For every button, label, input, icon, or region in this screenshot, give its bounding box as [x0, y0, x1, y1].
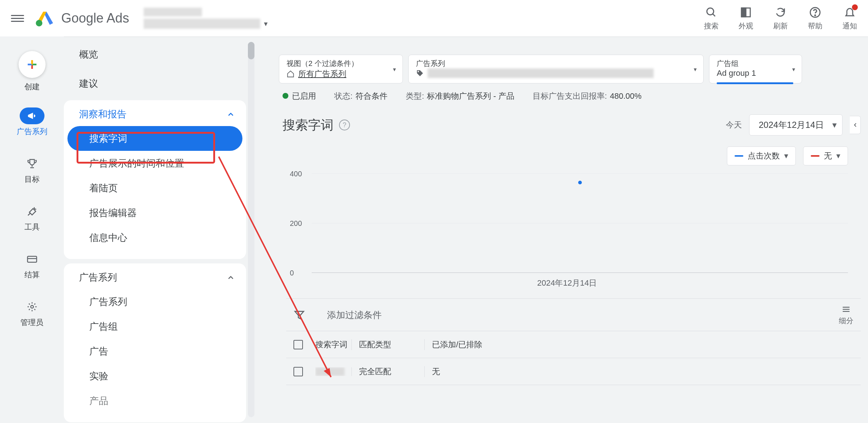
nav-recommendations[interactable]: 建议: [64, 71, 246, 96]
nav-report-editor[interactable]: 报告编辑器: [64, 200, 246, 225]
y-tick-400: 400: [290, 170, 302, 178]
filter-bar: 添加过滤条件 细分: [286, 298, 861, 331]
date-picker[interactable]: 2024年12月14日 ▾: [749, 114, 842, 136]
nav-sub-experiments[interactable]: 实验: [64, 364, 246, 388]
gridline: [312, 173, 848, 174]
y-tick-200: 200: [290, 219, 302, 228]
chevron-down-icon: ▾: [393, 66, 396, 73]
nav-overview[interactable]: 概览: [64, 42, 246, 67]
menu-icon[interactable]: [11, 12, 24, 25]
search-term-redacted: [315, 367, 345, 376]
account-selector[interactable]: ▾: [144, 8, 268, 29]
plus-icon: [26, 58, 39, 71]
col-header-term[interactable]: 搜索字词: [315, 339, 352, 350]
svg-point-16: [418, 71, 419, 73]
row-checkbox[interactable]: [293, 367, 303, 376]
tools-icon: [27, 206, 38, 217]
search-terms-table: 搜索字词 匹配类型 已添加/已排除 完全匹配 无: [286, 331, 861, 385]
create-label: 创建: [24, 82, 40, 92]
google-ads-logo-icon: [35, 8, 55, 28]
chevron-down-icon: ▾: [832, 120, 837, 130]
help-icon: [809, 6, 822, 19]
tag-icon: [416, 69, 424, 77]
account-id-redacted: [144, 8, 202, 16]
nav-search-terms[interactable]: 搜索字词: [67, 126, 242, 151]
status-row: 已启用 状态:符合条件 类型:标准购物广告系列 - 产品 目标广告支出回报率:4…: [279, 83, 868, 107]
svg-point-6: [815, 15, 816, 15]
secondary-metric-selector[interactable]: 无 ▾: [803, 146, 848, 165]
select-all-checkbox[interactable]: [293, 340, 303, 349]
x-axis-line: [312, 273, 848, 273]
rail-billing[interactable]: 结算: [15, 248, 49, 283]
svg-point-13: [31, 305, 34, 308]
account-name-redacted: [144, 19, 260, 29]
megaphone-icon: [27, 110, 38, 121]
primary-metric-selector[interactable]: 点击次数 ▾: [727, 146, 796, 165]
appearance-button[interactable]: 外观: [739, 6, 753, 31]
segment-icon: [841, 304, 851, 314]
app-header: Google Ads ▾ 搜索 外观 刷新: [0, 0, 868, 36]
nav-insights-header[interactable]: 洞察和报告: [64, 102, 246, 126]
svg-rect-11: [27, 256, 36, 262]
filter-icon[interactable]: [293, 309, 305, 321]
metric-selectors: 点击次数 ▾ 无 ▾: [279, 143, 868, 169]
gridline: [312, 223, 848, 223]
chevron-down-icon: ▾: [264, 19, 268, 28]
table-header-row: 搜索字词 匹配类型 已添加/已排除: [286, 331, 861, 358]
rail-tools[interactable]: 工具: [15, 200, 49, 235]
adgroup-selector[interactable]: 广告组 Ad group 1 ▾: [709, 55, 802, 83]
cell-added-excluded: 无: [425, 366, 516, 377]
nav-sub-products[interactable]: 产品: [64, 388, 246, 413]
x-axis-label: 2024年12月14日: [537, 278, 597, 289]
rail-admin[interactable]: 管理员: [15, 295, 49, 330]
col-header-added[interactable]: 已添加/已排除: [425, 339, 516, 350]
refresh-button[interactable]: 刷新: [773, 6, 788, 31]
status-type: 类型:标准购物广告系列 - 产品: [406, 91, 514, 102]
search-icon: [705, 6, 718, 19]
filter-input[interactable]: 添加过滤条件: [327, 309, 382, 321]
status-dot-icon: [283, 93, 288, 99]
help-tooltip-icon[interactable]: ?: [339, 120, 350, 130]
notification-badge: [852, 4, 858, 10]
expand-panel-button[interactable]: [850, 116, 861, 134]
nav-sub-adgroups[interactable]: 广告组: [64, 314, 246, 339]
notifications-button[interactable]: 通知: [842, 6, 857, 31]
active-underline: [717, 82, 793, 84]
date-shortcut-today[interactable]: 今天: [726, 120, 742, 130]
campaign-selector[interactable]: 广告系列 ▾: [408, 55, 704, 83]
nav-sub-campaigns[interactable]: 广告系列: [64, 289, 246, 314]
rail-campaigns[interactable]: 广告系列: [12, 105, 52, 140]
svg-line-2: [713, 14, 715, 16]
help-button[interactable]: 帮助: [808, 6, 822, 31]
nav-when-where[interactable]: 广告展示的时间和位置: [64, 151, 246, 176]
left-rail: 创建 广告系列 目标 工具 结算 管理员: [0, 36, 64, 423]
logo[interactable]: Google Ads: [35, 8, 129, 28]
chevron-down-icon: ▾: [694, 66, 697, 73]
gear-icon: [27, 301, 38, 312]
card-icon: [27, 254, 38, 265]
col-header-match[interactable]: 匹配类型: [352, 339, 425, 350]
title-row: 搜索字词 ? 今天 2024年12月14日 ▾: [279, 107, 868, 143]
nav-dashboards[interactable]: 信息中心: [64, 225, 246, 250]
bell-icon: [843, 6, 856, 19]
svg-point-0: [36, 20, 42, 27]
main-content: 视图（2 个过滤条件） 所有广告系列 ▾ 广告系列 ▾ 广告组 Ad group…: [279, 55, 868, 385]
search-button[interactable]: 搜索: [704, 6, 719, 31]
segment-button[interactable]: 细分: [839, 304, 853, 326]
nav-scrollbar-track: [248, 42, 254, 417]
chevron-down-icon: ▾: [836, 151, 840, 161]
chart-data-point[interactable]: [578, 181, 582, 184]
status-enabled: 已启用: [283, 91, 316, 102]
nav-campaigns-header[interactable]: 广告系列: [64, 266, 246, 289]
nav-sub-ads[interactable]: 广告: [64, 339, 246, 364]
nav-scrollbar-thumb[interactable]: [248, 42, 254, 59]
status-troas: 目标广告支出回报率:480.00%: [533, 91, 642, 102]
trophy-icon: [27, 158, 38, 169]
chart: 400 200 0 2024年12月14日: [286, 173, 848, 286]
create-button[interactable]: [19, 51, 46, 78]
nav-landing-pages[interactable]: 着陆页: [64, 176, 246, 200]
rail-goals[interactable]: 目标: [15, 152, 49, 187]
svg-point-1: [707, 8, 714, 15]
refresh-icon: [774, 6, 787, 19]
view-selector[interactable]: 视图（2 个过滤条件） 所有广告系列 ▾: [279, 55, 403, 83]
